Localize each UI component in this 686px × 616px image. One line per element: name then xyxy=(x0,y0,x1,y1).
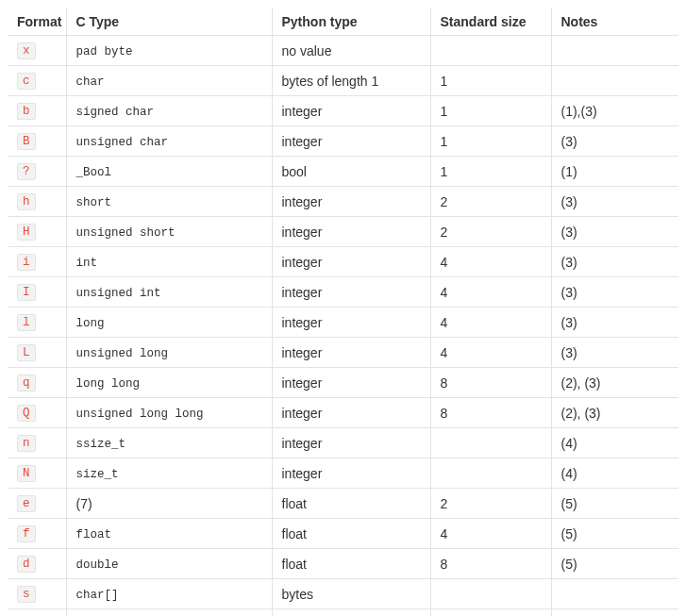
col-header-ctype: C Type xyxy=(66,8,272,36)
cell-size xyxy=(430,458,551,489)
cell-notes xyxy=(551,579,678,609)
cell-notes: (5) xyxy=(551,489,678,519)
ctype-text: signed char xyxy=(76,106,155,119)
cell-size: 1 xyxy=(430,96,551,126)
format-code: I xyxy=(17,284,36,301)
cell-ctype: unsigned long long xyxy=(66,398,272,428)
cell-ctype: _Bool xyxy=(66,157,272,187)
cell-ctype: char[] xyxy=(66,579,272,609)
cell-ptype: integer xyxy=(272,368,430,398)
format-code: s xyxy=(17,586,36,603)
cell-notes xyxy=(551,609,678,617)
cell-ptype: integer xyxy=(272,338,430,368)
cell-notes xyxy=(551,66,678,96)
cell-size xyxy=(430,609,551,617)
cell-size: 4 xyxy=(430,338,551,368)
format-code: H xyxy=(17,224,36,241)
cell-notes: (3) xyxy=(551,247,678,277)
cell-notes: (1) xyxy=(551,157,678,187)
ctype-text: unsigned long long xyxy=(76,408,204,421)
cell-ctype: char[] xyxy=(66,609,272,617)
cell-ptype: no value xyxy=(272,36,430,66)
cell-format: n xyxy=(8,428,66,458)
cell-ctype: unsigned char xyxy=(66,126,272,157)
cell-notes xyxy=(551,36,678,66)
cell-ptype: integer xyxy=(272,308,430,338)
format-code: b xyxy=(17,103,36,120)
cell-ctype: pad byte xyxy=(66,36,272,66)
cell-format: s xyxy=(8,579,66,609)
format-code: n xyxy=(17,435,36,452)
ctype-text: ssize_t xyxy=(76,438,126,451)
format-code: x xyxy=(17,42,36,59)
cell-format: f xyxy=(8,519,66,549)
cell-notes: (3) xyxy=(551,187,678,217)
format-code: L xyxy=(17,344,36,361)
table-row: hshortinteger2(3) xyxy=(8,187,678,217)
cell-format: H xyxy=(8,217,66,247)
cell-format: ? xyxy=(8,157,66,187)
format-code: e xyxy=(17,495,36,512)
format-code: ? xyxy=(17,163,36,180)
cell-ptype: bytes xyxy=(272,579,430,609)
cell-ptype: integer xyxy=(272,187,430,217)
cell-ptype: integer xyxy=(272,458,430,489)
cell-notes: (1),(3) xyxy=(551,96,678,126)
table-row: ?_Boolbool1(1) xyxy=(8,157,678,187)
table-row: ffloatfloat4(5) xyxy=(8,519,678,549)
cell-size: 4 xyxy=(430,247,551,277)
cell-format: x xyxy=(8,36,66,66)
cell-notes: (5) xyxy=(551,549,678,579)
cell-ptype: integer xyxy=(272,398,430,428)
cell-notes: (3) xyxy=(551,126,678,157)
cell-size: 4 xyxy=(430,308,551,338)
table-row: Lunsigned longinteger4(3) xyxy=(8,338,678,368)
format-code: l xyxy=(17,314,36,331)
cell-notes: (5) xyxy=(551,519,678,549)
ctype-text: short xyxy=(76,196,112,209)
ctype-text: float xyxy=(76,528,112,541)
table-row: qlong longinteger8(2), (3) xyxy=(8,368,678,398)
cell-ptype: bool xyxy=(272,157,430,187)
cell-size: 1 xyxy=(430,66,551,96)
table-row: ddoublefloat8(5) xyxy=(8,549,678,579)
cell-notes: (3) xyxy=(551,338,678,368)
format-code: Q xyxy=(17,405,36,422)
cell-size: 8 xyxy=(430,368,551,398)
cell-format: I xyxy=(8,277,66,308)
cell-ctype: unsigned short xyxy=(66,217,272,247)
ctype-text: unsigned char xyxy=(76,136,169,149)
cell-ctype: ssize_t xyxy=(66,428,272,458)
ctype-text: unsigned short xyxy=(76,226,176,240)
cell-ptype: bytes of length 1 xyxy=(272,66,430,96)
cell-size: 8 xyxy=(430,398,551,428)
cell-format: B xyxy=(8,126,66,157)
cell-ptype: float xyxy=(272,549,430,579)
cell-format: Q xyxy=(8,398,66,428)
format-code: B xyxy=(17,133,36,150)
cell-ctype: (7) xyxy=(66,489,272,519)
cell-ctype: char xyxy=(66,66,272,96)
cell-size: 4 xyxy=(430,519,551,549)
ctype-text: long xyxy=(76,317,105,330)
cell-size: 1 xyxy=(430,157,551,187)
table-row: nssize_tinteger(4) xyxy=(8,428,678,458)
cell-format: l xyxy=(8,308,66,338)
table-header-row: Format C Type Python type Standard size … xyxy=(8,8,678,36)
cell-notes: (3) xyxy=(551,277,678,308)
ctype-text: pad byte xyxy=(76,45,133,58)
cell-notes: (3) xyxy=(551,308,678,338)
table-row: ccharbytes of length 11 xyxy=(8,66,678,96)
table-row: iintinteger4(3) xyxy=(8,247,678,277)
cell-ctype: unsigned int xyxy=(66,277,272,308)
cell-ctype: unsigned long xyxy=(66,338,272,368)
cell-size: 8 xyxy=(430,549,551,579)
table-row: pchar[]bytes xyxy=(8,609,678,617)
cell-format: L xyxy=(8,338,66,368)
cell-notes: (2), (3) xyxy=(551,398,678,428)
cell-ctype: long long xyxy=(66,368,272,398)
col-header-size: Standard size xyxy=(430,8,551,36)
cell-ctype: size_t xyxy=(66,458,272,489)
table-row: Qunsigned long longinteger8(2), (3) xyxy=(8,398,678,428)
cell-ptype: integer xyxy=(272,428,430,458)
